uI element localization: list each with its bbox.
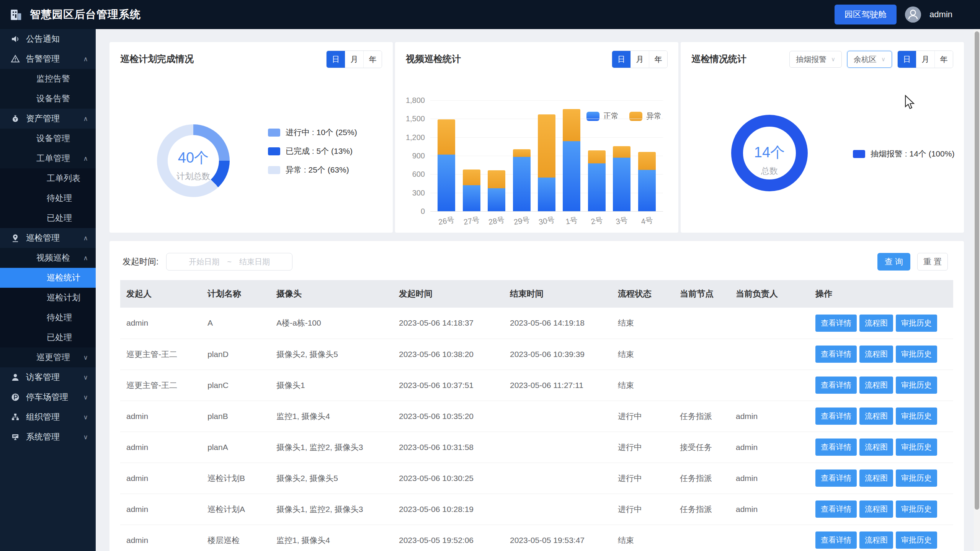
chevron-down-icon: ∨ bbox=[83, 354, 88, 362]
district-dropdown[interactable]: 余杭区 ∨ bbox=[847, 51, 892, 68]
cockpit-button[interactable]: 园区驾驶舱 bbox=[835, 5, 897, 24]
period-tab-月[interactable]: 月 bbox=[345, 51, 363, 68]
bar-1号[interactable]: 1号 bbox=[563, 109, 580, 211]
action-button-审批历史[interactable]: 审批历史 bbox=[896, 408, 937, 425]
bar-4号[interactable]: 4号 bbox=[638, 152, 656, 211]
action-button-审批历史[interactable]: 审批历史 bbox=[896, 346, 937, 363]
sidebar-item-系统管理[interactable]: 系统管理∨ bbox=[0, 427, 96, 447]
patrol-icon bbox=[11, 233, 20, 243]
sidebar-item-资产管理[interactable]: 资产管理∧ bbox=[0, 109, 96, 129]
sidebar-item-设备管理[interactable]: 设备管理 bbox=[0, 129, 96, 148]
action-button-流程图[interactable]: 流程图 bbox=[859, 377, 893, 394]
period-tab-日[interactable]: 日 bbox=[898, 51, 916, 68]
table-cell: 2023-05-06 10:35:20 bbox=[393, 401, 504, 432]
bar-30号[interactable]: 30号 bbox=[538, 114, 555, 211]
avatar[interactable] bbox=[905, 7, 921, 23]
action-button-审批历史[interactable]: 审批历史 bbox=[896, 469, 937, 487]
action-button-流程图[interactable]: 流程图 bbox=[859, 439, 893, 456]
action-button-查看详情[interactable]: 查看详情 bbox=[815, 315, 857, 332]
scrollbar-thumb[interactable] bbox=[975, 31, 979, 510]
period-tab-日[interactable]: 日 bbox=[612, 51, 630, 68]
alarm-type-value: 抽烟报警 bbox=[796, 54, 826, 65]
sidebar-item-巡检统计[interactable]: 巡检统计 bbox=[0, 268, 96, 288]
vertical-scrollbar[interactable] bbox=[974, 29, 980, 551]
action-button-流程图[interactable]: 流程图 bbox=[859, 315, 893, 332]
action-button-流程图[interactable]: 流程图 bbox=[859, 469, 893, 487]
table-cell: admin bbox=[120, 494, 201, 525]
action-button-查看详情[interactable]: 查看详情 bbox=[815, 377, 857, 394]
sidebar-item-组织管理[interactable]: 组织管理∨ bbox=[0, 407, 96, 427]
period-tab-年[interactable]: 年 bbox=[934, 51, 953, 68]
bar-segment-normal bbox=[613, 158, 630, 211]
table-cell: planC bbox=[201, 370, 270, 401]
action-button-查看详情[interactable]: 查看详情 bbox=[815, 469, 857, 487]
stats-legend: 抽烟报警 : 14个 (100%) bbox=[853, 148, 954, 159]
date-range-picker[interactable]: 开始日期 ~ 结束日期 bbox=[166, 253, 292, 271]
action-button-查看详情[interactable]: 查看详情 bbox=[815, 500, 857, 518]
bar-3号[interactable]: 3号 bbox=[613, 146, 630, 211]
sidebar-item-已处理[interactable]: 已处理 bbox=[0, 328, 96, 347]
period-tab-月[interactable]: 月 bbox=[630, 51, 649, 68]
bar-segment-normal bbox=[638, 170, 656, 211]
y-axis-tick: 600 bbox=[412, 170, 425, 179]
sidebar-item-工单管理[interactable]: 工单管理∧ bbox=[0, 148, 96, 168]
card-plan-completion: 巡检计划完成情况 日月年 40个 计划总数 进行中 : 10个 (25%)已完成… bbox=[109, 42, 393, 233]
table-cell: 2023-05-06 10:37:51 bbox=[393, 370, 504, 401]
bar-2号[interactable]: 2号 bbox=[588, 150, 606, 211]
legend-text: 异常 : 25个 (63%) bbox=[286, 165, 349, 175]
action-button-流程图[interactable]: 流程图 bbox=[859, 408, 893, 425]
table-cell: admin bbox=[730, 494, 809, 525]
sidebar-item-告警管理[interactable]: 告警管理∧ bbox=[0, 49, 96, 69]
bar-26号[interactable]: 26号 bbox=[438, 119, 455, 211]
alarm-type-dropdown[interactable]: 抽烟报警 ∨ bbox=[789, 51, 842, 68]
column-header-计划名称: 计划名称 bbox=[201, 280, 270, 308]
bar-segment-abnormal bbox=[488, 170, 505, 189]
sidebar-item-巡检计划[interactable]: 巡检计划 bbox=[0, 288, 96, 308]
period-tab-月[interactable]: 月 bbox=[916, 51, 934, 68]
reset-button[interactable]: 重 置 bbox=[917, 253, 948, 271]
sidebar-item-停车场管理[interactable]: 停车场管理∨ bbox=[0, 387, 96, 407]
action-button-查看详情[interactable]: 查看详情 bbox=[815, 346, 857, 363]
sidebar-item-待处理[interactable]: 待处理 bbox=[0, 188, 96, 208]
action-button-审批历史[interactable]: 审批历史 bbox=[896, 439, 937, 456]
sidebar-item-工单列表[interactable]: 工单列表 bbox=[0, 168, 96, 188]
action-button-流程图[interactable]: 流程图 bbox=[859, 500, 893, 518]
period-tab-日[interactable]: 日 bbox=[327, 51, 345, 68]
sidebar-item-设备告警[interactable]: 设备告警 bbox=[0, 89, 96, 109]
action-button-查看详情[interactable]: 查看详情 bbox=[815, 531, 857, 549]
period-tab-年[interactable]: 年 bbox=[363, 51, 382, 68]
action-button-查看详情[interactable]: 查看详情 bbox=[815, 439, 857, 456]
sidebar-item-巡检管理[interactable]: 巡检管理∧ bbox=[0, 228, 96, 248]
username[interactable]: admin bbox=[929, 10, 952, 20]
x-axis-tick: 4号 bbox=[640, 215, 653, 227]
period-toggle-plan: 日月年 bbox=[326, 51, 382, 68]
table-cell: planB bbox=[201, 401, 270, 432]
sidebar-item-视频巡检[interactable]: 视频巡检∧ bbox=[0, 248, 96, 268]
sidebar-item-label: 设备管理 bbox=[36, 133, 70, 144]
bar-28号[interactable]: 28号 bbox=[488, 170, 505, 211]
search-button[interactable]: 查 询 bbox=[877, 253, 910, 271]
bar-29号[interactable]: 29号 bbox=[513, 149, 531, 211]
action-button-审批历史[interactable]: 审批历史 bbox=[896, 531, 937, 549]
period-tab-年[interactable]: 年 bbox=[649, 51, 667, 68]
sidebar-item-巡更管理[interactable]: 巡更管理∨ bbox=[0, 347, 96, 367]
bar-27号[interactable]: 27号 bbox=[463, 170, 480, 211]
end-date-placeholder: 结束日期 bbox=[239, 257, 270, 267]
sidebar-item-已处理[interactable]: 已处理 bbox=[0, 208, 96, 228]
action-button-查看详情[interactable]: 查看详情 bbox=[815, 408, 857, 425]
table-actions-cell: 查看详情流程图审批历史 bbox=[809, 463, 953, 494]
table-cell: 摄像头2, 摄像头5 bbox=[270, 463, 393, 494]
action-button-审批历史[interactable]: 审批历史 bbox=[896, 315, 937, 332]
sidebar-item-监控告警[interactable]: 监控告警 bbox=[0, 69, 96, 89]
table-cell: planD bbox=[201, 339, 270, 370]
sidebar-item-公告通知[interactable]: 公告通知 bbox=[0, 29, 96, 49]
chevron-up-icon: ∧ bbox=[83, 115, 88, 123]
table-cell bbox=[730, 339, 809, 370]
sidebar-item-访客管理[interactable]: 访客管理∨ bbox=[0, 367, 96, 387]
action-button-审批历史[interactable]: 审批历史 bbox=[896, 377, 937, 394]
action-button-流程图[interactable]: 流程图 bbox=[859, 531, 893, 549]
action-button-流程图[interactable]: 流程图 bbox=[859, 346, 893, 363]
action-button-审批历史[interactable]: 审批历史 bbox=[896, 500, 937, 518]
table-row: 巡更主管-王二planD摄像头2, 摄像头52023-05-06 10:38:2… bbox=[120, 339, 953, 370]
sidebar-item-待处理[interactable]: 待处理 bbox=[0, 308, 96, 328]
